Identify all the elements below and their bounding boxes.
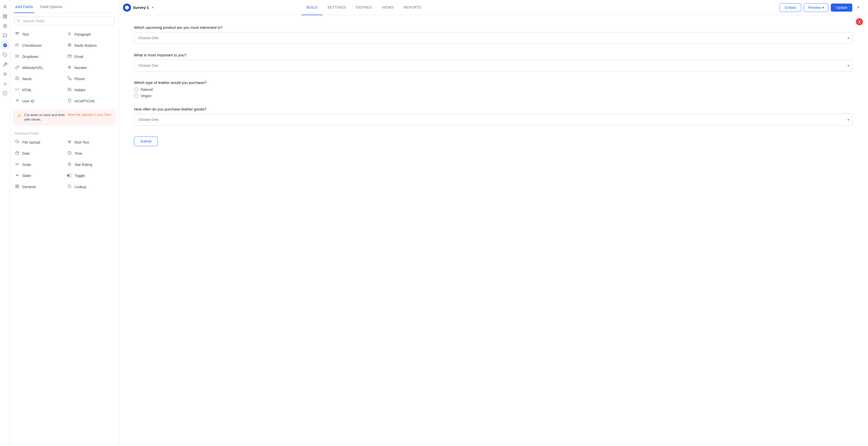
- nav-tab-settings[interactable]: SETTINGS: [322, 0, 351, 15]
- field-toggle[interactable]: Toggle: [64, 170, 117, 181]
- field-checkboxes-label: Checkboxes: [22, 43, 42, 47]
- field-scale[interactable]: Scale: [12, 159, 64, 170]
- iconbar-item-form[interactable]: F: [1, 41, 9, 50]
- close-button[interactable]: ×: [855, 4, 862, 11]
- field-phone-label: Phone: [74, 77, 85, 81]
- question-2-label: What is most important to you?: [134, 53, 853, 57]
- iconbar-item-plug[interactable]: [1, 70, 9, 78]
- field-name[interactable]: Name: [12, 73, 64, 85]
- promo-banner: ⚡ Cut down on back-and-forth with client…: [13, 109, 116, 125]
- userid-icon: [15, 99, 20, 104]
- dynamic-icon: [15, 184, 20, 189]
- notification-badge: 1: [856, 18, 863, 25]
- radio-vegan-input[interactable]: [134, 94, 138, 98]
- field-scale-label: Scale: [22, 163, 31, 167]
- survey-title[interactable]: Survey 1: [133, 5, 149, 10]
- field-time[interactable]: Time: [64, 148, 117, 159]
- field-dropdown[interactable]: Dropdown: [12, 51, 64, 62]
- field-radio[interactable]: Radio Buttons: [64, 40, 117, 51]
- top-nav: F Survey 1 ▾ BUILD SETTINGS ENTRIES VIEW…: [119, 0, 868, 15]
- field-hidden[interactable]: Hidden: [64, 85, 117, 96]
- hidden-icon: [67, 88, 72, 93]
- field-fileupload[interactable]: File Upload: [12, 137, 64, 148]
- iconbar-item-chat[interactable]: [1, 31, 9, 40]
- date-icon: [15, 151, 20, 156]
- question-4-select[interactable]: Choose One:: [134, 114, 853, 125]
- field-starrating[interactable]: Star Rating: [64, 159, 117, 170]
- field-email[interactable]: Email: [64, 51, 117, 62]
- tab-field-options[interactable]: Field Options: [39, 0, 63, 13]
- field-paragraph[interactable]: Paragraph: [64, 29, 117, 40]
- time-icon: [67, 151, 72, 156]
- scale-icon: [15, 162, 20, 167]
- svg-line-17: [19, 21, 20, 22]
- iconbar-item-tag[interactable]: [1, 51, 9, 59]
- svg-rect-3: [3, 17, 5, 18]
- submit-button[interactable]: Submit: [134, 136, 158, 146]
- nav-tab-views[interactable]: VIEWS: [377, 0, 399, 15]
- email-icon: [67, 54, 72, 59]
- radio-icon: [67, 43, 72, 48]
- search-input[interactable]: [14, 17, 115, 25]
- field-dynamic[interactable]: Dynamic: [12, 181, 64, 192]
- question-1-select[interactable]: Choose One:: [134, 32, 853, 44]
- tab-add-fields[interactable]: Add Fields: [14, 0, 34, 13]
- svg-point-25: [68, 43, 71, 46]
- preview-button[interactable]: Preview ▾: [804, 3, 828, 12]
- field-html[interactable]: HTML: [12, 85, 64, 96]
- question-3-label: Which type of leather would you purchase…: [134, 81, 853, 85]
- field-text[interactable]: Text: [12, 29, 64, 40]
- field-phone[interactable]: Phone: [64, 73, 117, 85]
- promo-link[interactable]: Allow file uploads in your form.: [67, 113, 112, 117]
- svg-point-58: [68, 185, 71, 188]
- field-number-label: Number: [74, 66, 87, 70]
- radio-natural-input[interactable]: [134, 88, 138, 92]
- iconbar-item-wrench[interactable]: [1, 60, 9, 69]
- field-lookup-label: Lookup: [74, 185, 86, 189]
- svg-text:F: F: [126, 6, 128, 9]
- question-1-label: Which upcoming product are you most inte…: [134, 25, 853, 30]
- question-4: How often do you purchase leather goods?…: [134, 107, 853, 125]
- nav-tab-reports[interactable]: REPORTS: [399, 0, 426, 15]
- icon-bar: F: [0, 0, 10, 446]
- update-button[interactable]: Update: [831, 4, 852, 12]
- radio-group: Natural Vegan: [134, 87, 853, 98]
- promo-icon: ⚡: [17, 113, 22, 118]
- search-icon: [17, 19, 20, 23]
- embed-button[interactable]: Embed: [779, 3, 801, 12]
- nav-tab-build[interactable]: BUILD: [302, 0, 322, 15]
- field-lookup[interactable]: Lookup: [64, 181, 117, 192]
- lookup-icon: [67, 184, 72, 189]
- question-2-select-wrapper: Choose One: ▾: [134, 60, 853, 71]
- radio-vegan-label: Vegan: [141, 94, 152, 98]
- field-time-label: Time: [74, 152, 83, 156]
- iconbar-item-chart[interactable]: [1, 79, 9, 88]
- radio-option-vegan[interactable]: Vegan: [134, 94, 853, 98]
- field-slider[interactable]: Slider: [12, 170, 64, 181]
- radio-option-natural[interactable]: Natural: [134, 87, 853, 92]
- sidebar-search: [10, 13, 119, 29]
- svg-point-0: [4, 5, 6, 7]
- field-website[interactable]: Website/URL: [12, 62, 64, 73]
- app-logo: F: [123, 4, 131, 12]
- field-userid[interactable]: User ID: [12, 96, 64, 107]
- field-date[interactable]: Date: [12, 148, 64, 159]
- field-recaptcha[interactable]: reCAPTCHA: [64, 96, 117, 107]
- promo-text: Cut down on back-and-forth with clients.: [24, 113, 65, 122]
- iconbar-item-user[interactable]: [1, 3, 9, 11]
- nav-tab-entries[interactable]: ENTRIES: [351, 0, 377, 15]
- field-richtext[interactable]: Rich Text: [64, 137, 117, 148]
- field-checkboxes[interactable]: Checkboxes: [12, 40, 64, 51]
- field-userid-label: User ID: [22, 99, 34, 103]
- field-paragraph-label: Paragraph: [74, 32, 91, 36]
- iconbar-item-layers[interactable]: [1, 22, 9, 30]
- question-2-select[interactable]: Choose One:: [134, 60, 853, 71]
- svg-rect-55: [18, 185, 19, 186]
- recaptcha-icon: [67, 99, 72, 104]
- iconbar-item-grid[interactable]: [1, 12, 9, 21]
- website-icon: [15, 65, 20, 70]
- survey-dropdown-arrow[interactable]: ▾: [152, 6, 154, 9]
- field-number[interactable]: Number: [64, 62, 117, 73]
- nav-actions: Embed Preview ▾ Update ×: [779, 3, 862, 12]
- iconbar-item-circle[interactable]: [1, 89, 9, 98]
